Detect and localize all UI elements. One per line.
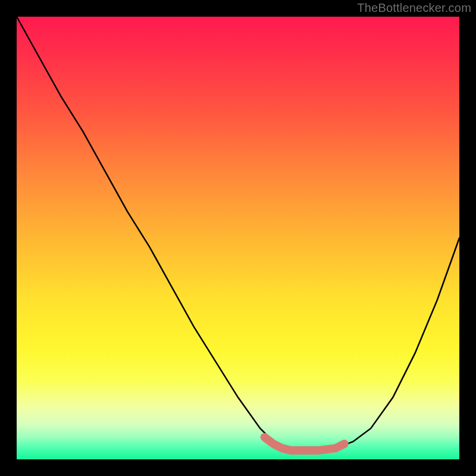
curve-layer xyxy=(17,17,459,459)
highlight-band xyxy=(265,437,345,450)
watermark-text: TheBottlenecker.com xyxy=(357,1,471,15)
main-curve xyxy=(17,17,459,450)
plot-area xyxy=(17,17,459,459)
chart-frame: TheBottlenecker.com xyxy=(0,0,476,476)
